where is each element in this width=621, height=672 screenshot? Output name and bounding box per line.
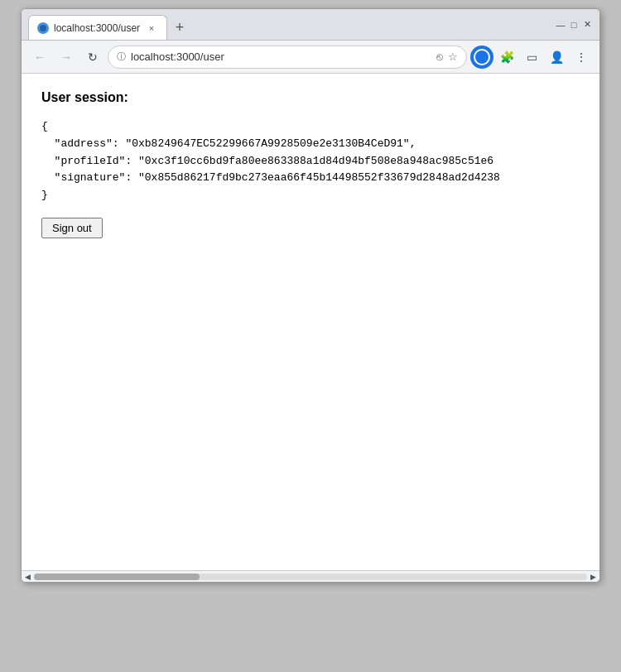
tab-close-button[interactable]: × <box>145 22 158 35</box>
address-bar[interactable]: ⓘ localhost:3000/user ⎋ ☆ <box>108 46 467 69</box>
more-menu-button[interactable]: ⋮ <box>570 46 593 69</box>
lock-icon: ⓘ <box>117 50 126 63</box>
navigation-bar: ← → ↻ ⓘ localhost:3000/user ⎋ ☆ 🧩 ▭ 👤 ⋮ <box>22 41 599 74</box>
page-title: User session: <box>41 90 580 105</box>
share-icon[interactable]: ⎋ <box>436 50 443 63</box>
tab-title: localhost:3000/user <box>54 22 140 34</box>
back-button[interactable]: ← <box>28 46 51 69</box>
sign-out-button[interactable]: Sign out <box>41 218 103 238</box>
profile-button[interactable] <box>470 46 493 69</box>
session-json: { "address": "0xb8249647EC52299667A99285… <box>41 118 580 204</box>
browser-window: localhost:3000/user × + — □ ✕ ← → ↻ ⓘ lo… <box>21 8 600 583</box>
extensions-icon[interactable]: 🧩 <box>495 46 518 69</box>
profile-avatar <box>474 49 490 65</box>
forward-button[interactable]: → <box>55 46 78 69</box>
nav-action-buttons: 🧩 ▭ 👤 ⋮ <box>470 46 593 69</box>
tab-favicon-icon <box>37 22 49 34</box>
title-bar: localhost:3000/user × + — □ ✕ <box>22 9 599 41</box>
sidebar-icon[interactable]: ▭ <box>520 46 543 69</box>
page-content: User session: { "address": "0xb8249647EC… <box>22 74 599 570</box>
scrollbar-area: ◀ ▶ <box>22 570 599 582</box>
new-tab-button[interactable]: + <box>167 15 192 40</box>
window-controls: — □ ✕ <box>555 19 599 31</box>
scroll-thumb[interactable] <box>34 574 200 580</box>
active-tab[interactable]: localhost:3000/user × <box>28 15 167 40</box>
minimize-button[interactable]: — <box>555 19 566 31</box>
tab-strip: localhost:3000/user × + <box>22 9 555 40</box>
reload-button[interactable]: ↻ <box>81 46 104 69</box>
scroll-right-button[interactable]: ▶ <box>590 573 596 581</box>
scroll-left-button[interactable]: ◀ <box>25 573 31 581</box>
address-text: localhost:3000/user <box>131 50 431 63</box>
user-icon[interactable]: 👤 <box>545 46 568 69</box>
scroll-track[interactable] <box>34 574 587 580</box>
close-button[interactable]: ✕ <box>581 19 593 31</box>
maximize-button[interactable]: □ <box>568 19 580 31</box>
bookmark-icon[interactable]: ☆ <box>448 50 458 63</box>
